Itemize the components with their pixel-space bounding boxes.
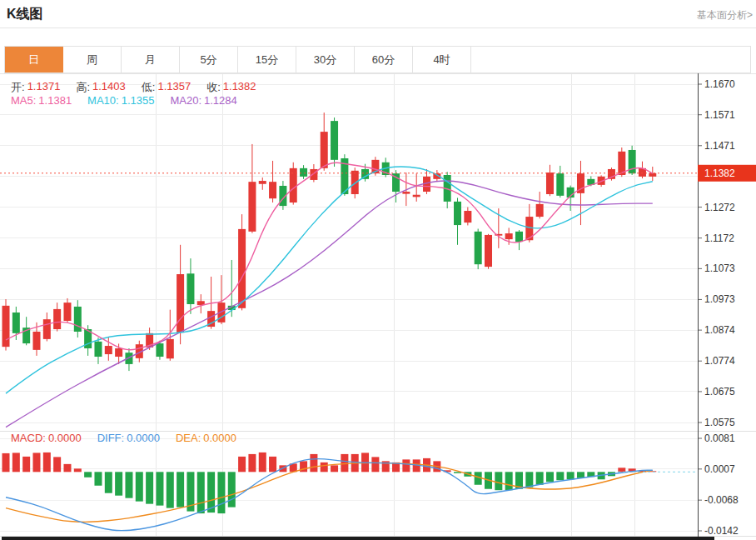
legend-value: 0.0000	[48, 432, 82, 444]
legend-label: DEA:	[176, 432, 201, 444]
legend-item: 开:1.1371	[11, 80, 62, 95]
ma5-line	[6, 162, 653, 350]
legend-value: 1.1371	[27, 80, 61, 95]
price-axis-label: 1.0675	[704, 386, 735, 398]
macd-axis-label: 0.0081	[704, 432, 735, 444]
price-axis-label: 1.1471	[704, 140, 735, 152]
fundamental-analysis-link[interactable]: 基本面分析>	[697, 8, 753, 22]
legend-value: 1.1381	[38, 94, 72, 107]
price-axis-layer: 1.16701.15711.14711.12721.11721.10731.09…	[698, 78, 739, 537]
legend-value: 1.1355	[122, 94, 155, 107]
legend-label: 收:	[206, 80, 221, 95]
legend-item: MA10:1.1355	[87, 94, 157, 107]
current-price-tag: 1.1382	[698, 165, 756, 182]
kline-chart-area[interactable]: 1.16701.15711.14711.12721.11721.10731.09…	[0, 73, 756, 538]
tab-interval-日[interactable]: 日	[5, 47, 63, 72]
price-axis-label: 1.0874	[704, 324, 735, 336]
tab-interval-60分[interactable]: 60分	[355, 47, 413, 72]
macd-axis-label: -0.0068	[704, 494, 739, 506]
legend-label: 高:	[76, 80, 90, 95]
price-axis-label: 1.1073	[704, 262, 735, 274]
legend-label: MACD:	[11, 432, 46, 444]
legend-label: MA20:	[170, 94, 201, 107]
legend-item: 高:1.1403	[76, 80, 127, 95]
price-axis-label: 1.0575	[704, 417, 735, 428]
macd-axis-label: 0.0007	[704, 463, 735, 475]
legend-label: DIFF:	[97, 432, 125, 444]
legend-value: 0.0000	[127, 432, 160, 444]
legend-label: MA5:	[11, 94, 36, 107]
ma-lines-layer	[6, 162, 653, 427]
ohlc-legend: 开:1.1371高:1.1403低:1.1357收:1.1382	[11, 80, 272, 95]
tab-interval-周[interactable]: 周	[63, 47, 122, 72]
ma-legend: MA5:1.1381MA10:1.1355MA20:1.1284	[11, 94, 253, 107]
price-axis-label: 1.0973	[704, 293, 735, 305]
macd-legend: MACD:0.0000DIFF:0.0000DEA:0.0000	[11, 432, 252, 444]
current-price-tag-label: 1.1382	[704, 168, 735, 179]
legend-label: 低:	[142, 80, 156, 95]
page-title: K线图	[7, 6, 43, 23]
ma20-line	[6, 181, 653, 428]
dea-line	[6, 462, 653, 522]
legend-value: 1.1284	[204, 94, 237, 107]
interval-tab-bar: 日周月5分15分30分60分4时	[4, 46, 751, 73]
price-axis-label: 1.1670	[704, 78, 735, 90]
legend-item: 低:1.1357	[142, 80, 193, 95]
tab-interval-月[interactable]: 月	[122, 47, 180, 72]
widget-header: K线图 基本面分析>	[0, 0, 756, 28]
diff-line	[6, 459, 653, 531]
legend-item: DEA:0.0000	[176, 432, 239, 444]
macd-axis-label: -0.0142	[704, 525, 739, 537]
legend-value: 1.1382	[223, 80, 256, 95]
chart-range-scrollbar[interactable]	[2, 537, 714, 540]
tab-interval-5分[interactable]: 5分	[180, 47, 238, 72]
price-axis-label: 1.1172	[704, 232, 734, 244]
kline-widget: K线图 基本面分析> 日周月5分15分30分60分4时 1.16701.1571…	[0, 0, 756, 540]
price-axis-label: 1.0774	[704, 355, 735, 367]
legend-item: MA5:1.1381	[11, 94, 74, 107]
legend-item: DIFF:0.0000	[97, 432, 162, 444]
legend-value: 0.0000	[203, 432, 236, 444]
tab-interval-30分[interactable]: 30分	[296, 47, 355, 72]
legend-item: 收:1.1382	[206, 80, 258, 95]
tab-interval-4时[interactable]: 4时	[413, 47, 471, 72]
kline-chart-canvas[interactable]: 1.16701.15711.14711.12721.11721.10731.09…	[0, 73, 756, 538]
legend-value: 1.1403	[92, 80, 126, 95]
ma10-line	[6, 167, 653, 393]
legend-item: MA20:1.1284	[170, 94, 239, 107]
legend-label: MA10:	[87, 94, 119, 107]
tab-interval-15分[interactable]: 15分	[238, 47, 296, 72]
legend-item: MACD:0.0000	[11, 432, 84, 444]
price-axis-label: 1.1272	[704, 202, 735, 213]
macd-histogram-layer	[2, 452, 657, 513]
legend-value: 1.1357	[157, 80, 191, 95]
legend-label: 开:	[11, 80, 25, 95]
candles-layer	[2, 112, 657, 371]
price-axis-label: 1.1571	[704, 109, 735, 121]
